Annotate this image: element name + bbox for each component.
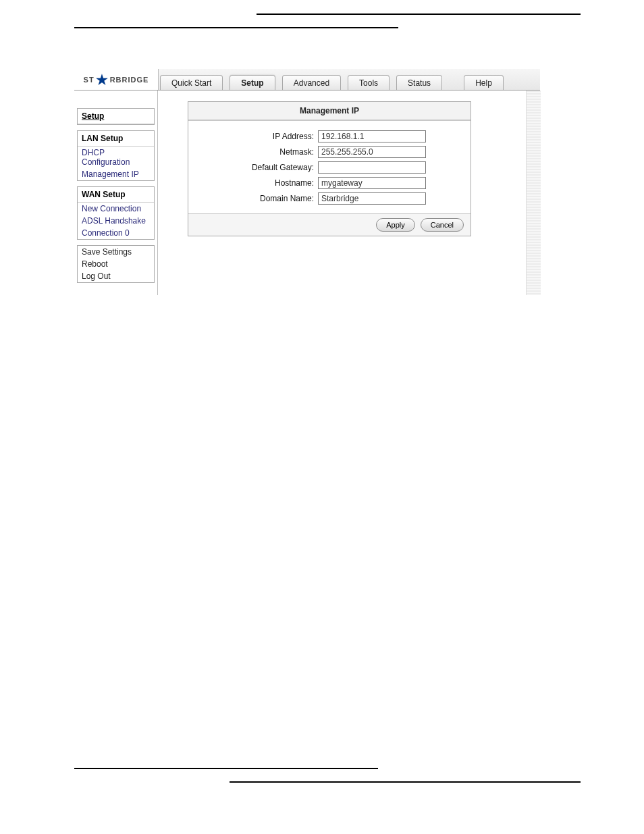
cancel-button[interactable]: Cancel — [421, 218, 464, 232]
sidebar-heading-wan: WAN Setup — [78, 187, 154, 203]
sidebar-heading-setup: Setup — [78, 109, 154, 124]
input-netmask[interactable] — [318, 146, 426, 158]
sidebar-link-save[interactable]: Save Settings — [78, 246, 154, 258]
label-gateway: Default Gateway: — [196, 163, 318, 172]
label-hostname: Hostname: — [196, 178, 318, 188]
sidebar-link-connection-0[interactable]: Connection 0 — [78, 227, 154, 239]
panel-title: Management IP — [188, 102, 471, 121]
tab-status[interactable]: Status — [396, 75, 442, 90]
sidebar-section-system: Save Settings Reboot Log Out — [77, 245, 155, 283]
router-admin-frame: ST ★ RBRIDGE Quick Start Setup Advanced … — [74, 69, 540, 295]
apply-button[interactable]: Apply — [376, 218, 415, 232]
top-bar: ST ★ RBRIDGE Quick Start Setup Advanced … — [74, 69, 540, 90]
tab-tools[interactable]: Tools — [348, 75, 390, 90]
label-ip: IP Address: — [196, 132, 318, 141]
sidebar-link-adsl-handshake[interactable]: ADSL Handshake — [78, 215, 154, 227]
management-ip-panel: Management IP IP Address: Netmask: Defau… — [188, 101, 471, 236]
sidebar-section-lan: LAN Setup DHCP Configuration Management … — [77, 130, 155, 181]
sidebar-heading-lan: LAN Setup — [78, 131, 154, 147]
sidebar-link-management-ip[interactable]: Management IP — [78, 168, 154, 180]
sidebar-link-logout[interactable]: Log Out — [78, 270, 154, 282]
tab-setup[interactable]: Setup — [230, 75, 275, 90]
label-domain: Domain Name: — [196, 194, 318, 203]
tab-bar: Quick Start Setup Advanced Tools Status … — [158, 69, 540, 90]
tab-advanced[interactable]: Advanced — [282, 75, 341, 90]
right-hatch-decor — [526, 90, 541, 295]
panel-footer: Apply Cancel — [188, 213, 471, 236]
input-ip[interactable] — [318, 130, 426, 142]
tab-help[interactable]: Help — [464, 75, 504, 90]
brand-logo: ST ★ RBRIDGE — [74, 69, 158, 90]
decor-rule-2 — [74, 27, 398, 28]
logo-suffix: RBRIDGE — [110, 76, 149, 84]
tab-quick-start[interactable]: Quick Start — [160, 75, 223, 90]
decor-rule-3 — [74, 768, 378, 769]
input-domain[interactable] — [318, 192, 426, 205]
logo-prefix: ST — [84, 76, 95, 84]
sidebar-link-new-connection[interactable]: New Connection — [78, 203, 154, 215]
decor-rule-4 — [230, 781, 581, 783]
input-hostname[interactable] — [318, 177, 426, 189]
decor-rule-1 — [257, 14, 581, 15]
panel-body: IP Address: Netmask: Default Gateway: — [188, 121, 471, 213]
sidebar-section-setup: Setup — [77, 108, 155, 125]
sidebar: Setup LAN Setup DHCP Configuration Manag… — [74, 90, 158, 295]
label-netmask: Netmask: — [196, 147, 318, 157]
sidebar-link-dhcp[interactable]: DHCP Configuration — [78, 147, 154, 168]
content-area: Management IP IP Address: Netmask: Defau… — [158, 90, 540, 295]
star-icon: ★ — [96, 73, 109, 86]
sidebar-section-wan: WAN Setup New Connection ADSL Handshake … — [77, 186, 155, 240]
sidebar-link-reboot[interactable]: Reboot — [78, 258, 154, 270]
input-gateway[interactable] — [318, 161, 426, 174]
